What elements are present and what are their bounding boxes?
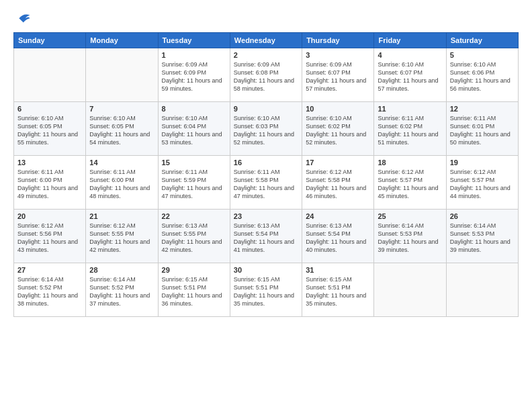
- day-info: Sunrise: 6:10 AM Sunset: 6:07 PM Dayligh…: [378, 60, 442, 93]
- day-info: Sunrise: 6:15 AM Sunset: 5:51 PM Dayligh…: [306, 275, 370, 308]
- calendar-week-row: 27Sunrise: 6:14 AM Sunset: 5:52 PM Dayli…: [14, 263, 519, 317]
- day-info: Sunrise: 6:10 AM Sunset: 6:04 PM Dayligh…: [162, 114, 226, 147]
- day-number: 31: [306, 266, 370, 274]
- calendar-cell: 30Sunrise: 6:15 AM Sunset: 5:51 PM Dayli…: [230, 263, 302, 317]
- day-number: 19: [450, 158, 515, 167]
- calendar-week-row: 13Sunrise: 6:11 AM Sunset: 6:00 PM Dayli…: [14, 156, 519, 210]
- day-number: 18: [378, 158, 442, 167]
- day-info: Sunrise: 6:14 AM Sunset: 5:53 PM Dayligh…: [378, 222, 442, 255]
- calendar-cell: 3Sunrise: 6:09 AM Sunset: 6:07 PM Daylig…: [302, 48, 374, 102]
- day-number: 4: [378, 51, 442, 59]
- logo: [13, 11, 31, 27]
- day-number: 29: [162, 266, 226, 274]
- day-number: 23: [234, 212, 298, 220]
- day-info: Sunrise: 6:11 AM Sunset: 6:00 PM Dayligh…: [17, 168, 82, 201]
- page: SundayMondayTuesdayWednesdayThursdayFrid…: [0, 0, 532, 411]
- day-number: 25: [378, 212, 442, 220]
- day-info: Sunrise: 6:10 AM Sunset: 6:02 PM Dayligh…: [306, 114, 370, 147]
- calendar-cell: [86, 48, 158, 102]
- weekday-header-sunday: Sunday: [14, 33, 86, 48]
- day-info: Sunrise: 6:14 AM Sunset: 5:52 PM Dayligh…: [89, 275, 154, 308]
- day-number: 1: [162, 51, 226, 59]
- calendar-cell: 28Sunrise: 6:14 AM Sunset: 5:52 PM Dayli…: [86, 263, 158, 317]
- calendar-cell: 21Sunrise: 6:12 AM Sunset: 5:55 PM Dayli…: [86, 210, 158, 263]
- calendar-cell: 20Sunrise: 6:12 AM Sunset: 5:56 PM Dayli…: [14, 210, 86, 263]
- calendar-cell: 15Sunrise: 6:11 AM Sunset: 5:59 PM Dayli…: [158, 156, 230, 210]
- calendar-cell: 13Sunrise: 6:11 AM Sunset: 6:00 PM Dayli…: [14, 156, 86, 210]
- day-number: 28: [89, 266, 154, 274]
- calendar-cell: 25Sunrise: 6:14 AM Sunset: 5:53 PM Dayli…: [374, 210, 446, 263]
- calendar-cell: 29Sunrise: 6:15 AM Sunset: 5:51 PM Dayli…: [158, 263, 230, 317]
- calendar-cell: 27Sunrise: 6:14 AM Sunset: 5:52 PM Dayli…: [14, 263, 86, 317]
- bird-icon: [15, 11, 31, 27]
- day-number: 15: [162, 158, 226, 167]
- day-info: Sunrise: 6:15 AM Sunset: 5:51 PM Dayligh…: [162, 275, 226, 308]
- day-info: Sunrise: 6:13 AM Sunset: 5:54 PM Dayligh…: [306, 222, 370, 255]
- day-number: 20: [17, 212, 82, 220]
- calendar-cell: 8Sunrise: 6:10 AM Sunset: 6:04 PM Daylig…: [158, 102, 230, 156]
- calendar-cell: [374, 263, 446, 317]
- weekday-header-friday: Friday: [374, 33, 446, 48]
- day-info: Sunrise: 6:13 AM Sunset: 5:55 PM Dayligh…: [162, 222, 226, 255]
- day-number: 11: [378, 105, 442, 113]
- calendar-cell: 12Sunrise: 6:11 AM Sunset: 6:01 PM Dayli…: [446, 102, 518, 156]
- day-number: 8: [162, 105, 226, 113]
- day-info: Sunrise: 6:11 AM Sunset: 5:59 PM Dayligh…: [162, 168, 226, 201]
- calendar-cell: 11Sunrise: 6:11 AM Sunset: 6:02 PM Dayli…: [374, 102, 446, 156]
- day-info: Sunrise: 6:10 AM Sunset: 6:03 PM Dayligh…: [234, 114, 298, 147]
- calendar-week-row: 1Sunrise: 6:09 AM Sunset: 6:09 PM Daylig…: [14, 48, 519, 102]
- calendar-header-row: SundayMondayTuesdayWednesdayThursdayFrid…: [14, 33, 519, 48]
- calendar-cell: 1Sunrise: 6:09 AM Sunset: 6:09 PM Daylig…: [158, 48, 230, 102]
- day-info: Sunrise: 6:12 AM Sunset: 5:56 PM Dayligh…: [17, 222, 82, 255]
- day-number: 9: [234, 105, 298, 113]
- day-info: Sunrise: 6:14 AM Sunset: 5:52 PM Dayligh…: [17, 275, 82, 308]
- calendar-cell: 14Sunrise: 6:11 AM Sunset: 6:00 PM Dayli…: [86, 156, 158, 210]
- weekday-header-wednesday: Wednesday: [230, 33, 302, 48]
- day-info: Sunrise: 6:11 AM Sunset: 5:58 PM Dayligh…: [234, 168, 298, 201]
- weekday-header-tuesday: Tuesday: [158, 33, 230, 48]
- day-number: 14: [89, 158, 154, 167]
- calendar-cell: 10Sunrise: 6:10 AM Sunset: 6:02 PM Dayli…: [302, 102, 374, 156]
- day-number: 2: [234, 51, 298, 59]
- day-info: Sunrise: 6:12 AM Sunset: 5:58 PM Dayligh…: [306, 168, 370, 201]
- day-number: 24: [306, 212, 370, 220]
- weekday-header-saturday: Saturday: [446, 33, 518, 48]
- calendar-cell: 23Sunrise: 6:13 AM Sunset: 5:54 PM Dayli…: [230, 210, 302, 263]
- calendar-cell: 6Sunrise: 6:10 AM Sunset: 6:05 PM Daylig…: [14, 102, 86, 156]
- calendar-cell: 24Sunrise: 6:13 AM Sunset: 5:54 PM Dayli…: [302, 210, 374, 263]
- header: [13, 11, 519, 27]
- day-number: 26: [450, 212, 515, 220]
- day-info: Sunrise: 6:10 AM Sunset: 6:05 PM Dayligh…: [89, 114, 154, 147]
- day-info: Sunrise: 6:12 AM Sunset: 5:57 PM Dayligh…: [450, 168, 515, 201]
- day-number: 12: [450, 105, 515, 113]
- calendar-cell: [446, 263, 518, 317]
- day-info: Sunrise: 6:09 AM Sunset: 6:07 PM Dayligh…: [306, 60, 370, 93]
- calendar-cell: 31Sunrise: 6:15 AM Sunset: 5:51 PM Dayli…: [302, 263, 374, 317]
- day-info: Sunrise: 6:15 AM Sunset: 5:51 PM Dayligh…: [234, 275, 298, 308]
- day-info: Sunrise: 6:14 AM Sunset: 5:53 PM Dayligh…: [450, 222, 515, 255]
- calendar-week-row: 20Sunrise: 6:12 AM Sunset: 5:56 PM Dayli…: [14, 210, 519, 263]
- day-info: Sunrise: 6:13 AM Sunset: 5:54 PM Dayligh…: [234, 222, 298, 255]
- weekday-header-thursday: Thursday: [302, 33, 374, 48]
- day-info: Sunrise: 6:09 AM Sunset: 6:08 PM Dayligh…: [234, 60, 298, 93]
- day-info: Sunrise: 6:10 AM Sunset: 6:06 PM Dayligh…: [450, 60, 515, 93]
- calendar-cell: 4Sunrise: 6:10 AM Sunset: 6:07 PM Daylig…: [374, 48, 446, 102]
- day-number: 16: [234, 158, 298, 167]
- day-number: 10: [306, 105, 370, 113]
- day-number: 22: [162, 212, 226, 220]
- day-info: Sunrise: 6:09 AM Sunset: 6:09 PM Dayligh…: [162, 60, 226, 93]
- day-info: Sunrise: 6:10 AM Sunset: 6:05 PM Dayligh…: [17, 114, 82, 147]
- day-info: Sunrise: 6:12 AM Sunset: 5:57 PM Dayligh…: [378, 168, 442, 201]
- calendar-cell: 2Sunrise: 6:09 AM Sunset: 6:08 PM Daylig…: [230, 48, 302, 102]
- day-info: Sunrise: 6:12 AM Sunset: 5:55 PM Dayligh…: [89, 222, 154, 255]
- day-number: 3: [306, 51, 370, 59]
- calendar-cell: 5Sunrise: 6:10 AM Sunset: 6:06 PM Daylig…: [446, 48, 518, 102]
- day-number: 13: [17, 158, 82, 167]
- day-number: 7: [89, 105, 154, 113]
- calendar-cell: 22Sunrise: 6:13 AM Sunset: 5:55 PM Dayli…: [158, 210, 230, 263]
- day-number: 17: [306, 158, 370, 167]
- calendar-cell: 19Sunrise: 6:12 AM Sunset: 5:57 PM Dayli…: [446, 156, 518, 210]
- calendar-cell: 17Sunrise: 6:12 AM Sunset: 5:58 PM Dayli…: [302, 156, 374, 210]
- day-info: Sunrise: 6:11 AM Sunset: 6:02 PM Dayligh…: [378, 114, 442, 147]
- calendar-cell: 16Sunrise: 6:11 AM Sunset: 5:58 PM Dayli…: [230, 156, 302, 210]
